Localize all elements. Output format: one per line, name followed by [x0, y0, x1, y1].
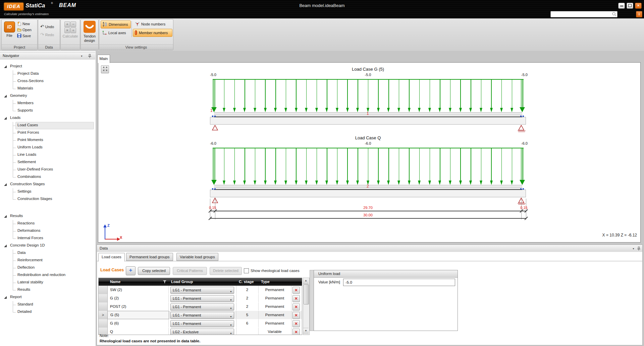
- sidebar-item-concrete-design-1d[interactable]: Concrete Design 1D: [10, 243, 45, 247]
- expand-arrow-icon[interactable]: [4, 215, 7, 218]
- tree-row[interactable]: Load Cases: [0, 122, 95, 129]
- tree-row[interactable]: Point Forces: [0, 129, 95, 137]
- uniform-load-value-input[interactable]: -5.0: [343, 279, 455, 286]
- cell-name[interactable]: G (5): [107, 311, 169, 319]
- delete-row-button[interactable]: ×: [292, 329, 300, 335]
- tree-row[interactable]: Cross-Sections: [0, 78, 95, 85]
- delete-row-button[interactable]: ×: [292, 303, 300, 310]
- delete-row-button[interactable]: ×: [292, 320, 300, 327]
- tree-row[interactable]: Construction Stages: [0, 196, 95, 203]
- table-row[interactable]: G (2)LG1 - Permanent▼2Permanent×: [99, 294, 302, 303]
- tree-row[interactable]: Construction Stages: [0, 181, 95, 188]
- tree-row[interactable]: Results: [0, 286, 95, 294]
- table-row[interactable]: QLG2 - Exclusive▼Variable×: [99, 328, 302, 335]
- tab-main[interactable]: Main: [97, 55, 110, 63]
- tree-row[interactable]: Point Moments: [0, 137, 95, 144]
- column-header-type[interactable]: Type: [258, 278, 291, 286]
- cell-name[interactable]: G (6): [107, 319, 169, 327]
- sidebar-item-results[interactable]: Results: [17, 287, 30, 291]
- delete-row-button[interactable]: ×: [292, 295, 300, 302]
- sidebar-item-combinations[interactable]: Combinations: [17, 175, 41, 179]
- table-row[interactable]: >G (5)LG1 - Permanent▼5Permanent×: [99, 311, 302, 320]
- tree-row[interactable]: Loads: [0, 115, 95, 122]
- redo-button[interactable]: ↷ Redo: [40, 32, 61, 38]
- sidebar-item-deformations[interactable]: Deformations: [17, 228, 40, 232]
- scroll-down-icon[interactable]: ▼: [303, 328, 309, 334]
- critical-patterns-button[interactable]: Critical Patterns: [173, 267, 207, 275]
- load-group-dropdown[interactable]: LG2 - Exclusive▼: [170, 329, 234, 335]
- table-scrollbar[interactable]: ▲ ▼: [303, 278, 310, 335]
- tree-row[interactable]: Reinforcement: [0, 257, 95, 264]
- sidebar-item-uniform-loads[interactable]: Uniform Loads: [17, 145, 43, 149]
- column-header-load-group[interactable]: Load Group: [168, 278, 236, 286]
- sidebar-item-internal-forces[interactable]: Internal Forces: [17, 236, 43, 240]
- minimize-button[interactable]: [618, 3, 625, 9]
- load-group-dropdown[interactable]: LG1 - Permanent▼: [170, 287, 234, 294]
- cell-name[interactable]: SW (2): [107, 286, 169, 294]
- tendon-design-button[interactable]: Tendon design: [81, 19, 98, 44]
- row-header[interactable]: [99, 319, 108, 328]
- tree-row[interactable]: Materials: [0, 85, 95, 92]
- sidebar-item-report[interactable]: Report: [10, 295, 22, 299]
- tree-row[interactable]: Detailed: [0, 308, 95, 316]
- sidebar-item-user-defined-forces[interactable]: User-Defined Forces: [17, 167, 53, 171]
- table-row[interactable]: G (6)LG1 - Permanent▼6Permanent×: [99, 319, 302, 328]
- member-numbers-toggle[interactable]: Member numbers: [133, 29, 172, 37]
- tree-row[interactable]: Redistribution and reduction: [0, 272, 95, 279]
- expand-arrow-icon[interactable]: [4, 296, 7, 299]
- row-header[interactable]: [99, 294, 108, 302]
- sidebar-item-project[interactable]: Project: [10, 64, 22, 68]
- data-panel-pin-icon[interactable]: [637, 246, 641, 252]
- load-group-dropdown[interactable]: LG1 - Permanent▼: [170, 295, 234, 302]
- tree-row[interactable]: Settings: [0, 188, 95, 196]
- local-axes-toggle[interactable]: Local axes: [101, 29, 130, 37]
- show-rheological-checkbox[interactable]: [244, 268, 249, 273]
- sidebar-item-project-data[interactable]: Project Data: [17, 71, 39, 75]
- tree-row[interactable]: Results: [0, 213, 95, 220]
- column-header-name[interactable]: Name: [107, 278, 169, 286]
- table-row[interactable]: SW (2)LG1 - Permanent▼2Permanent×: [99, 286, 302, 294]
- column-header-c-stage[interactable]: C. stage: [236, 278, 259, 286]
- model-canvas[interactable]: Load Case G (5)-5.0-5.0-5.011Load Case Q…: [98, 62, 641, 243]
- sidebar-item-point-forces[interactable]: Point Forces: [17, 130, 39, 134]
- sidebar-item-loads[interactable]: Loads: [10, 116, 20, 120]
- current-row-marker[interactable]: >: [99, 311, 108, 319]
- tree-row[interactable]: Deflection: [0, 264, 95, 272]
- expand-arrow-icon[interactable]: [4, 117, 7, 120]
- sidebar-item-standard[interactable]: Standard: [17, 302, 33, 306]
- scrollbar-thumb[interactable]: [304, 284, 309, 304]
- tree-row[interactable]: Uniform Loads: [0, 144, 95, 151]
- load-group-dropdown[interactable]: LG1 - Permanent▼: [170, 303, 234, 310]
- new-button[interactable]: New: [17, 21, 37, 27]
- zoom-extents-button[interactable]: [101, 65, 109, 73]
- tree-row[interactable]: Lateral stability: [0, 279, 95, 286]
- dropdown-chevron-icon[interactable]: ▼: [230, 331, 232, 335]
- tree-row[interactable]: Standard: [0, 301, 95, 308]
- calculate-button[interactable]: + − × ÷ Calculate: [61, 19, 80, 44]
- sidebar-item-geometry[interactable]: Geometry: [10, 93, 27, 97]
- close-button[interactable]: ×: [635, 3, 642, 9]
- sidebar-item-redistribution-and-reduction[interactable]: Redistribution and reduction: [17, 273, 65, 277]
- tab-permanent-load-groups[interactable]: Permanent load groups: [126, 253, 173, 261]
- row-header[interactable]: [99, 302, 108, 311]
- scroll-up-icon[interactable]: ▲: [303, 278, 309, 284]
- dimensions-toggle[interactable]: Dimensions: [101, 20, 131, 28]
- filter-funnel-icon[interactable]: [163, 278, 166, 286]
- tree-row[interactable]: Project Data: [0, 70, 95, 78]
- search-input[interactable]: [550, 11, 618, 17]
- tree-row[interactable]: Internal Forces: [0, 235, 95, 242]
- add-load-case-button[interactable]: +: [126, 266, 136, 275]
- sidebar-item-line-loads[interactable]: Line Loads: [17, 152, 36, 156]
- tree-row[interactable]: Members: [0, 100, 95, 107]
- table-row[interactable]: POST (2)LG1 - Permanent▼2Permanent×: [99, 302, 302, 311]
- sidebar-item-data[interactable]: Data: [17, 251, 25, 255]
- cell-name[interactable]: POST (2): [107, 302, 169, 310]
- tree-row[interactable]: Project: [0, 63, 95, 70]
- delete-row-button[interactable]: ×: [292, 287, 300, 294]
- delete-row-button[interactable]: ×: [292, 312, 300, 319]
- load-group-dropdown[interactable]: LG1 - Permanent▼: [170, 320, 234, 327]
- tree-row[interactable]: Combinations: [0, 174, 95, 181]
- sidebar-item-point-moments[interactable]: Point Moments: [17, 138, 43, 142]
- maximize-button[interactable]: [627, 3, 633, 9]
- load-group-dropdown[interactable]: LG1 - Permanent▼: [170, 312, 234, 319]
